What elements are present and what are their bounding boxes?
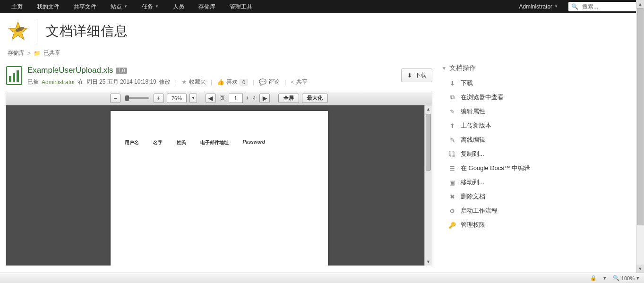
search-box[interactable]: 🔍	[568, 2, 639, 11]
file-meta: 已被 Administrator 在 周日 25 五月 2014 10:13:1…	[27, 78, 396, 86]
panel-title[interactable]: ▼ 文档操作	[442, 64, 635, 76]
left-column: ExampleUserUpload.xls 1.0 已被 Administrat…	[6, 64, 432, 266]
viewer-toolbar: − + 76% ▼ ◀ 页 / 4 ▶ 全屏 最大化	[6, 91, 432, 105]
file-name: ExampleUserUpload.xls	[27, 66, 113, 75]
user-label: Administrator	[519, 0, 552, 13]
like-count: 0	[240, 79, 248, 86]
action-copy-to[interactable]: ⿻复制到...	[442, 147, 635, 161]
nav-label: 管理工具	[230, 0, 252, 13]
viewer-scrollbar[interactable]: ▲ ▼	[424, 105, 432, 266]
action-view-browser[interactable]: ⧉在浏览器中查看	[442, 90, 635, 104]
page-input[interactable]	[229, 94, 243, 103]
action-start-workflow[interactable]: ⚙启动工作流程	[442, 204, 635, 218]
move-icon: ▣	[448, 179, 456, 186]
main: ExampleUserUpload.xls 1.0 已被 Administrat…	[0, 64, 644, 266]
download-button[interactable]: ⬇下载	[401, 69, 432, 82]
nav-label: 共享文件	[74, 0, 96, 13]
nav-myfiles[interactable]: 我的文件	[30, 0, 66, 13]
zoom-status[interactable]: 🔍 100% ▾	[613, 275, 639, 281]
action-download[interactable]: ⬇下载	[442, 76, 635, 90]
viewer-body[interactable]: 用户名 名字 姓氏 电子邮件地址 Password ▲ ▼	[6, 105, 432, 266]
favorite-button[interactable]: ★收藏夹	[181, 78, 206, 86]
comment-icon: 💬	[259, 78, 266, 86]
action-label: 管理权限	[461, 221, 485, 229]
meta-text: 修改	[159, 78, 171, 86]
nav-repo[interactable]: 存储库	[192, 0, 222, 13]
breadcrumb: 存储库 > 📁 已共享	[0, 47, 644, 64]
zoom-value: 76%	[167, 94, 187, 103]
page-total: 4	[252, 95, 257, 101]
maximize-button[interactable]: 最大化	[302, 94, 328, 103]
nav-label: 存储库	[198, 0, 215, 13]
action-manage-perms[interactable]: 🔑管理权限	[442, 218, 635, 232]
title-separator	[37, 20, 37, 43]
nav-sites[interactable]: 站点▼	[104, 0, 134, 13]
status-sep: ▾	[603, 275, 606, 281]
action-upload-version[interactable]: ⬆上传新版本	[442, 119, 635, 133]
folder-icon: 📁	[34, 50, 41, 57]
delete-icon: ✖	[448, 193, 456, 200]
scroll-thumb[interactable]	[426, 114, 431, 171]
action-label: 离线编辑	[461, 136, 485, 144]
scroll-down-icon[interactable]: ▼	[425, 258, 432, 266]
nav-shared[interactable]: 共享文件	[67, 0, 103, 13]
browser-statusbar: 🔒 ▾ 🔍 100% ▾	[0, 273, 644, 283]
share-icon: <	[291, 78, 294, 86]
action-list: ⬇下载 ⧉在浏览器中查看 ✎编辑属性 ⬆上传新版本 ✎离线编辑 ⿻复制到... …	[442, 76, 635, 232]
action-label: 上传新版本	[461, 121, 491, 130]
user-menu[interactable]: Administrator▼	[512, 0, 565, 13]
comment-button[interactable]: 💬评论	[259, 78, 280, 86]
prev-page-button[interactable]: ◀	[206, 94, 216, 103]
scroll-up-icon[interactable]: ▲	[425, 105, 432, 113]
nav-tasks[interactable]: 任务▼	[135, 0, 165, 13]
scroll-up-icon[interactable]: ▲	[636, 0, 644, 8]
meta-sep: |	[251, 79, 256, 86]
action-delete[interactable]: ✖删除文档	[442, 189, 635, 204]
search-icon: 🔍	[571, 3, 578, 10]
col-header: 姓氏	[177, 139, 186, 146]
nav-home[interactable]: 主页	[5, 0, 29, 13]
col-header: 名字	[153, 139, 163, 146]
window-scrollbar[interactable]: ▲ ▼	[636, 0, 644, 273]
action-edit-props[interactable]: ✎编辑属性	[442, 104, 635, 119]
download-icon: ⬇	[407, 72, 412, 79]
share-button[interactable]: <共享	[291, 78, 308, 86]
meta-sep: |	[209, 79, 214, 86]
zoom-dropdown[interactable]: ▼	[189, 94, 197, 103]
top-navbar: 主页 我的文件 共享文件 站点▼ 任务▼ 人员 存储库 管理工具 Adminis…	[0, 0, 644, 13]
browser-icon: ⧉	[448, 94, 456, 101]
action-move-to[interactable]: ▣移动到...	[442, 175, 635, 189]
right-column: ▼ 文档操作 ⬇下载 ⧉在浏览器中查看 ✎编辑属性 ⬆上传新版本 ✎离线编辑 ⿻…	[442, 64, 640, 266]
col-header: 用户名	[125, 139, 139, 146]
breadcrumb-folder[interactable]: 已共享	[43, 49, 60, 57]
nav-label: 主页	[11, 0, 23, 13]
page-title: 文档详细信息	[46, 22, 128, 40]
breadcrumb-root[interactable]: 存储库	[8, 49, 25, 57]
breadcrumb-sep: >	[27, 50, 31, 57]
zoom-slider[interactable]	[125, 97, 149, 99]
chevron-down-icon: ▼	[155, 0, 159, 13]
zoom-in-button[interactable]: +	[154, 94, 164, 103]
action-label: 移动到...	[461, 178, 484, 187]
nav-right: Administrator▼ 🔍	[512, 0, 639, 13]
zoom-out-button[interactable]: −	[110, 94, 120, 103]
meta-sep: |	[173, 79, 179, 86]
fullscreen-button[interactable]: 全屏	[278, 94, 299, 103]
like-button[interactable]: 👍喜欢0	[217, 78, 248, 86]
next-page-button[interactable]: ▶	[259, 94, 270, 103]
action-offline-edit[interactable]: ✎离线编辑	[442, 133, 635, 147]
action-google-docs[interactable]: ☰在 Google Docs™ 中编辑	[442, 161, 635, 175]
document-viewer: − + 76% ▼ ◀ 页 / 4 ▶ 全屏 最大化 用户名	[6, 91, 432, 266]
nav-admin[interactable]: 管理工具	[223, 0, 259, 13]
search-input[interactable]	[581, 3, 633, 10]
share-label: 共享	[296, 78, 308, 86]
nav-label: 人员	[173, 0, 184, 13]
modified-by-link[interactable]: Administrator	[42, 79, 75, 86]
nav-left: 主页 我的文件 共享文件 站点▼ 任务▼ 人员 存储库 管理工具	[5, 0, 259, 13]
preview-page: 用户名 名字 姓氏 电子邮件地址 Password	[111, 111, 328, 266]
page-label: 页	[219, 94, 226, 102]
nav-people[interactable]: 人员	[166, 0, 191, 13]
scroll-thumb[interactable]	[637, 8, 644, 225]
collapse-icon: ▼	[442, 66, 447, 71]
scroll-down-icon[interactable]: ▼	[636, 265, 644, 273]
